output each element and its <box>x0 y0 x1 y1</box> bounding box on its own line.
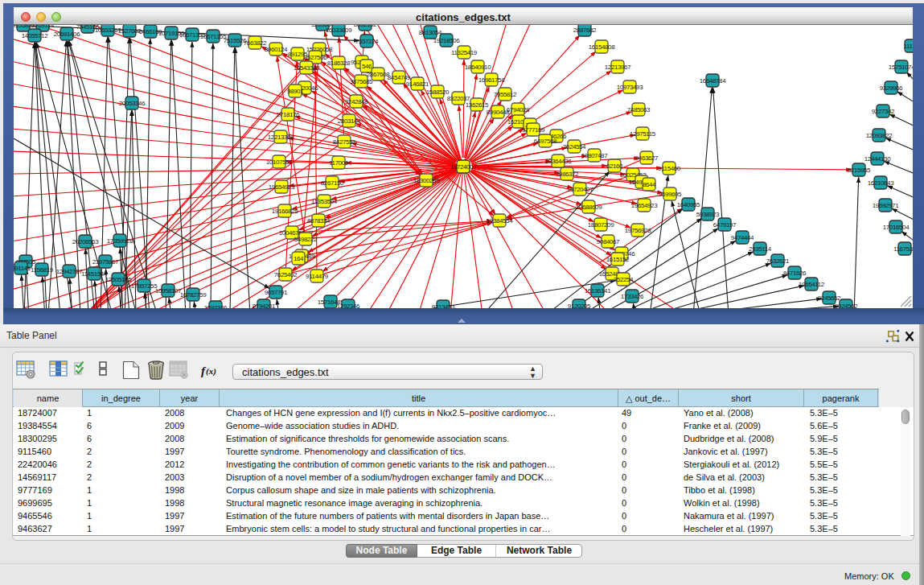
svg-text:20691406: 20691406 <box>54 31 80 38</box>
svg-text:1615152: 1615152 <box>606 256 630 263</box>
svg-text:16154808: 16154808 <box>589 43 615 51</box>
svg-text:8471626: 8471626 <box>783 270 807 277</box>
svg-text:16136141: 16136141 <box>585 287 611 295</box>
svg-text:1292346: 1292346 <box>337 303 360 309</box>
svg-text:6497568: 6497568 <box>534 138 557 145</box>
svg-text:1527602: 1527602 <box>118 27 142 35</box>
svg-text:11353594: 11353594 <box>311 198 338 205</box>
svg-text:19756928: 19756928 <box>625 227 651 234</box>
svg-text:2935114: 2935114 <box>749 245 772 253</box>
svg-text:12505135: 12505135 <box>105 276 132 283</box>
svg-text:9146821: 9146821 <box>406 80 429 88</box>
svg-text:5498222: 5498222 <box>294 236 318 243</box>
svg-text:10107552: 10107552 <box>266 159 293 166</box>
svg-text:18640910: 18640910 <box>465 64 491 71</box>
svg-text:18807209: 18807209 <box>588 221 614 229</box>
svg-text:9024502: 9024502 <box>835 303 858 309</box>
svg-text:18724007: 18724007 <box>450 163 477 171</box>
svg-text:6479197: 6479197 <box>713 221 737 229</box>
svg-text:20364436: 20364436 <box>545 158 572 165</box>
svg-text:117006: 117006 <box>329 159 349 167</box>
svg-text:(x): (x) <box>206 366 216 377</box>
svg-text:1156819: 1156819 <box>31 266 54 274</box>
svg-text:7632621: 7632621 <box>766 257 790 265</box>
svg-text:12942757: 12942757 <box>56 268 83 275</box>
svg-text:12213967: 12213967 <box>605 64 631 71</box>
svg-text:2867608: 2867608 <box>367 71 390 78</box>
svg-text:164: 164 <box>294 255 304 262</box>
svg-text:9227342: 9227342 <box>872 108 895 115</box>
svg-text:9329966: 9329966 <box>880 84 903 92</box>
svg-text:17957255: 17957255 <box>131 282 158 290</box>
svg-text:11124: 11124 <box>903 43 913 50</box>
svg-text:19654923: 19654923 <box>631 202 658 209</box>
svg-text:62160: 62160 <box>606 163 623 170</box>
svg-text:7625402: 7625402 <box>274 271 298 278</box>
svg-text:16782759: 16782759 <box>180 291 207 299</box>
svg-text:16961758: 16961758 <box>478 76 505 84</box>
svg-text:8267150: 8267150 <box>321 179 344 187</box>
svg-text:16210643: 16210643 <box>868 179 894 187</box>
svg-text:3875685: 3875685 <box>350 78 373 85</box>
svg-text:6794028: 6794028 <box>507 106 530 113</box>
svg-text:1588520: 1588520 <box>426 89 450 96</box>
svg-text:7485063: 7485063 <box>627 106 651 113</box>
svg-text:11451544: 11451544 <box>81 270 108 278</box>
svg-text:7357224: 7357224 <box>355 38 379 45</box>
svg-text:7986372: 7986372 <box>556 171 579 178</box>
svg-text:1362615: 1362615 <box>466 101 489 109</box>
svg-text:10973493: 10973493 <box>617 84 643 91</box>
svg-text:20053346: 20053346 <box>119 100 146 107</box>
svg-text:98901: 98901 <box>287 88 304 95</box>
svg-text:18300295: 18300295 <box>413 177 440 184</box>
svg-text:7955812: 7955812 <box>494 91 517 98</box>
svg-text:8692102: 8692102 <box>354 25 377 28</box>
svg-text:17359928: 17359928 <box>107 237 133 245</box>
svg-text:2887682: 2887682 <box>573 27 597 34</box>
svg-text:2803144: 2803144 <box>338 117 361 125</box>
svg-text:19384554: 19384554 <box>487 217 513 225</box>
svg-text:12093822: 12093822 <box>866 132 893 139</box>
svg-text:23975867: 23975867 <box>92 258 119 266</box>
svg-text:9777169: 9777169 <box>522 126 545 134</box>
svg-text:8186328: 8186328 <box>327 60 351 67</box>
svg-text:8960124: 8960124 <box>265 46 288 53</box>
svg-text:8794201: 8794201 <box>253 303 276 309</box>
svg-text:2269114: 2269114 <box>31 25 55 29</box>
svg-text:16033809: 16033809 <box>326 27 352 34</box>
svg-text:11325419: 11325419 <box>451 49 478 56</box>
svg-text:1733426: 1733426 <box>621 293 644 300</box>
svg-text:16543382: 16543382 <box>294 64 320 72</box>
svg-text:10958107: 10958107 <box>155 287 182 295</box>
svg-text:19654923: 19654923 <box>269 183 295 191</box>
svg-text:8427552: 8427552 <box>333 138 356 146</box>
svg-text:1167534: 1167534 <box>893 245 913 253</box>
svg-text:252254: 252254 <box>614 276 634 283</box>
svg-text:9115460: 9115460 <box>658 165 681 172</box>
svg-text:1640955: 1640955 <box>677 201 700 208</box>
svg-text:10807487: 10807487 <box>581 152 608 159</box>
svg-text:9245652: 9245652 <box>818 295 841 302</box>
svg-text:2718176: 2718176 <box>277 111 300 118</box>
svg-text:17016504: 17016504 <box>883 224 910 231</box>
svg-text:9527506: 9527506 <box>304 54 327 61</box>
svg-text:19166825: 19166825 <box>272 208 298 215</box>
svg-text:8878334: 8878334 <box>307 217 331 225</box>
svg-text:12975115: 12975115 <box>630 130 656 138</box>
svg-text:9084067: 9084067 <box>597 238 620 245</box>
svg-text:19692971: 19692971 <box>873 202 899 209</box>
svg-text:20206563: 20206563 <box>72 238 99 245</box>
svg-text:8644: 8644 <box>643 181 656 188</box>
svg-text:15720407: 15720407 <box>567 186 593 193</box>
svg-text:12444130: 12444130 <box>864 155 891 163</box>
svg-text:9463627: 9463627 <box>635 154 659 162</box>
svg-text:391141: 391141 <box>14 265 31 272</box>
svg-text:546: 546 <box>362 63 372 70</box>
svg-text:16648784: 16648784 <box>700 77 726 84</box>
svg-text:5938923: 5938923 <box>696 211 720 218</box>
svg-text:3624554: 3624554 <box>563 143 586 150</box>
svg-text:9120205: 9120205 <box>568 303 591 309</box>
svg-text:9114479: 9114479 <box>306 273 329 280</box>
svg-text:14055712: 14055712 <box>22 32 48 39</box>
svg-text:10654112: 10654112 <box>799 281 825 288</box>
